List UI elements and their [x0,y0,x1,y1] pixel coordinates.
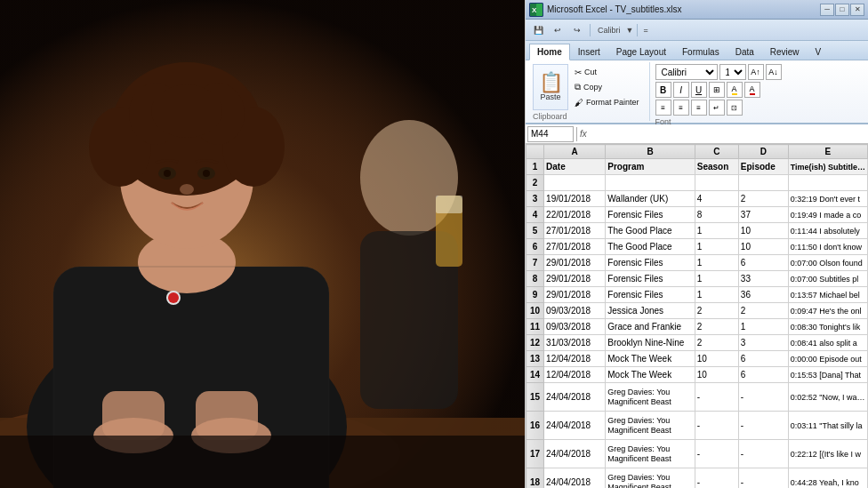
row-header[interactable]: 13 [526,351,544,367]
cell-date[interactable]: 09/03/2018 [544,303,606,319]
cell-time[interactable] [788,175,867,191]
tab-home[interactable]: Home [529,44,570,60]
font-size-select[interactable]: 11 [719,64,746,80]
row-header[interactable]: 5 [526,223,544,239]
cell-time[interactable]: 0:08:30 Tonight's lik [788,319,867,335]
row-header[interactable]: 12 [526,335,544,351]
border-button[interactable]: ⊞ [709,82,725,98]
row-header[interactable]: 4 [526,207,544,223]
copy-button[interactable]: ⧉ Copy [570,80,644,94]
tab-review[interactable]: Review [762,44,808,60]
cell-program[interactable]: Greg Davies: You Magnificent Beast [606,383,695,412]
cell-time[interactable]: Time(ish) Subtitle rea... [788,159,867,175]
cell-episode[interactable]: - [738,440,788,468]
cell-season[interactable]: Season [695,159,738,175]
cell-time[interactable]: 0:32:19 Don't ever t [788,191,867,207]
merge-button[interactable]: ⊡ [727,100,743,116]
formula-input[interactable] [591,126,866,142]
cell-date[interactable]: 29/01/2018 [544,255,606,271]
cell-program[interactable]: Mock The Week [606,351,695,367]
cell-date[interactable]: 22/01/2018 [544,207,606,223]
cell-episode[interactable]: - [738,468,788,489]
cell-program[interactable]: Wallander (UK) [606,191,695,207]
align-right-button[interactable]: ≡ [691,100,707,116]
tab-view[interactable]: V [808,44,830,60]
cell-episode[interactable]: 6 [738,255,788,271]
redo-button[interactable]: ↪ [568,22,586,38]
wrap-text-button[interactable]: ↵ [709,100,725,116]
cell-date[interactable]: Date [544,159,606,175]
cell-date[interactable]: 24/04/2018 [544,412,606,440]
close-button[interactable]: ✕ [850,4,864,16]
row-header[interactable]: 1 [526,159,544,175]
cell-time[interactable]: 0:13:57 Michael bel [788,287,867,303]
cell-program[interactable]: Forensic Files [606,255,695,271]
increase-font-button[interactable]: A↑ [748,64,764,80]
row-header[interactable]: 17 [526,440,544,468]
cell-episode[interactable]: - [738,383,788,412]
row-header[interactable]: 11 [526,319,544,335]
cell-season[interactable]: 1 [695,239,738,255]
cell-program[interactable]: Greg Davies: You Magnificent Beast [606,440,695,468]
row-header[interactable]: 2 [526,175,544,191]
cell-episode[interactable]: 6 [738,367,788,383]
cell-date[interactable]: 27/01/2018 [544,239,606,255]
cell-time[interactable]: 0:19:49 I made a co [788,207,867,223]
cell-reference-box[interactable]: M44 [527,126,574,142]
cell-program[interactable]: Forensic Files [606,207,695,223]
cell-time[interactable]: 0:07:00 Olson found [788,255,867,271]
cell-date[interactable]: 24/04/2018 [544,468,606,489]
tab-page-layout[interactable]: Page Layout [608,44,674,60]
row-header[interactable]: 16 [526,412,544,440]
cell-program[interactable]: Greg Davies: You Magnificent Beast [606,468,695,489]
cell-season[interactable]: 1 [695,287,738,303]
paste-button[interactable]: 📋 Paste [533,64,568,110]
row-header[interactable]: 6 [526,239,544,255]
underline-button[interactable]: U [691,82,707,98]
font-family-select[interactable]: Calibri [655,64,718,80]
cell-program[interactable]: The Good Place [606,223,695,239]
undo-button[interactable]: ↩ [549,22,567,38]
cell-date[interactable] [544,175,606,191]
col-c-header[interactable]: C [695,145,738,159]
bold-button[interactable]: B [655,82,671,98]
row-header[interactable]: 9 [526,287,544,303]
cell-time[interactable]: 0:15:53 [Dana] That [788,367,867,383]
cell-episode[interactable]: 10 [738,239,788,255]
cell-episode[interactable]: 6 [738,351,788,367]
cell-program[interactable]: Forensic Files [606,287,695,303]
cell-time[interactable]: 0:11:50 I don't know [788,239,867,255]
cell-season[interactable]: - [695,383,738,412]
cell-date[interactable]: 29/01/2018 [544,287,606,303]
font-color-button[interactable]: A [744,82,760,98]
cell-episode[interactable]: 1 [738,319,788,335]
cell-season[interactable]: 10 [695,367,738,383]
tab-insert[interactable]: Insert [570,44,608,60]
align-center-button[interactable]: ≡ [673,100,689,116]
cell-date[interactable]: 09/03/2018 [544,319,606,335]
save-button[interactable]: 💾 [529,22,547,38]
cell-date[interactable]: 27/01/2018 [544,223,606,239]
col-a-header[interactable]: A [544,145,606,159]
col-b-header[interactable]: B [606,145,695,159]
cell-program[interactable]: Mock The Week [606,367,695,383]
cell-time[interactable]: 0:11:44 I absolutely [788,223,867,239]
cell-episode[interactable]: 2 [738,191,788,207]
cell-date[interactable]: 24/04/2018 [544,383,606,412]
cell-episode[interactable]: Episode [738,159,788,175]
tab-formulas[interactable]: Formulas [674,44,727,60]
cell-date[interactable]: 31/03/2018 [544,335,606,351]
cell-program[interactable] [606,175,695,191]
cell-program[interactable]: The Good Place [606,239,695,255]
fill-color-button[interactable]: A [727,82,743,98]
cell-program[interactable]: Forensic Files [606,271,695,287]
cell-season[interactable]: 10 [695,351,738,367]
cell-date[interactable]: 12/04/2018 [544,367,606,383]
cell-time[interactable]: 0:22:12 [(It's like I w [788,440,867,468]
cell-date[interactable]: 29/01/2018 [544,271,606,287]
cut-button[interactable]: ✂ Cut [570,65,644,79]
cell-episode[interactable]: 2 [738,303,788,319]
row-header[interactable]: 18 [526,468,544,489]
cell-season[interactable]: 8 [695,207,738,223]
cell-episode[interactable]: - [738,412,788,440]
